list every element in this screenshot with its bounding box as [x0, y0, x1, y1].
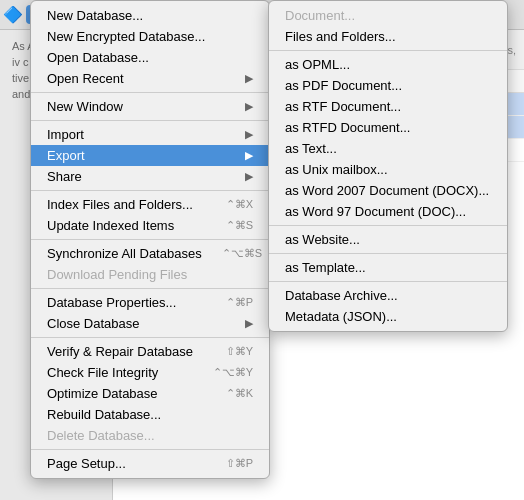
export-sep-4 [269, 281, 507, 282]
export-as-opml[interactable]: as OPML... [269, 54, 507, 75]
sync-all-shortcut: ⌃⌥⌘S [222, 247, 262, 260]
new-window-arrow: ▶ [245, 100, 253, 113]
menu-rebuild[interactable]: Rebuild Database... [31, 404, 269, 425]
menu-sep-3 [31, 190, 269, 191]
menu-sep-1 [31, 92, 269, 93]
close-db-arrow: ▶ [245, 317, 253, 330]
export-files-folders[interactable]: Files and Folders... [269, 26, 507, 47]
menu-page-setup[interactable]: Page Setup... ⇧⌘P [31, 453, 269, 474]
menu-update-indexed[interactable]: Update Indexed Items ⌃⌘S [31, 215, 269, 236]
menu-new-database[interactable]: New Database... [31, 5, 269, 26]
export-as-word-2007[interactable]: as Word 2007 Document (DOCX)... [269, 180, 507, 201]
check-integrity-shortcut: ⌃⌥⌘Y [213, 366, 253, 379]
menu-export[interactable]: Export ▶ [31, 145, 269, 166]
menu-download-pending[interactable]: Download Pending Files [31, 264, 269, 285]
menu-sep-2 [31, 120, 269, 121]
menu-open-database[interactable]: Open Database... [31, 47, 269, 68]
menu-new-encrypted[interactable]: New Encrypted Database... [31, 26, 269, 47]
menu-check-integrity[interactable]: Check File Integrity ⌃⌥⌘Y [31, 362, 269, 383]
menu-verify-repair[interactable]: Verify & Repair Database ⇧⌘Y [31, 341, 269, 362]
share-arrow: ▶ [245, 170, 253, 183]
menu-optimize[interactable]: Optimize Database ⌃⌘K [31, 383, 269, 404]
menu-delete[interactable]: Delete Database... [31, 425, 269, 446]
menu-sep-6 [31, 337, 269, 338]
menu-sync-all[interactable]: Synchronize All Databases ⌃⌥⌘S [31, 243, 269, 264]
export-document[interactable]: Document... [269, 5, 507, 26]
menu-db-properties[interactable]: Database Properties... ⌃⌘P [31, 292, 269, 313]
page-setup-shortcut: ⇧⌘P [226, 457, 253, 470]
db-properties-shortcut: ⌃⌘P [226, 296, 253, 309]
open-recent-arrow: ▶ [245, 72, 253, 85]
export-as-text[interactable]: as Text... [269, 138, 507, 159]
verify-repair-shortcut: ⇧⌘Y [226, 345, 253, 358]
menu-close-database[interactable]: Close Database ▶ [31, 313, 269, 334]
export-sep-3 [269, 253, 507, 254]
export-as-word-97[interactable]: as Word 97 Document (DOC)... [269, 201, 507, 222]
export-as-unix-mailbox[interactable]: as Unix mailbox... [269, 159, 507, 180]
index-files-shortcut: ⌃⌘X [226, 198, 253, 211]
update-indexed-shortcut: ⌃⌘S [226, 219, 253, 232]
menu-sep-4 [31, 239, 269, 240]
export-as-rtf[interactable]: as RTF Document... [269, 96, 507, 117]
export-submenu: Document... Files and Folders... as OPML… [268, 0, 508, 332]
export-as-rtfd[interactable]: as RTFD Document... [269, 117, 507, 138]
export-sep-2 [269, 225, 507, 226]
optimize-shortcut: ⌃⌘K [226, 387, 253, 400]
export-metadata-json[interactable]: Metadata (JSON)... [269, 306, 507, 327]
export-as-pdf[interactable]: as PDF Document... [269, 75, 507, 96]
menu-sep-5 [31, 288, 269, 289]
export-arrow: ▶ [245, 149, 253, 162]
export-sep-1 [269, 50, 507, 51]
export-database-archive[interactable]: Database Archive... [269, 285, 507, 306]
file-menu: New Database... New Encrypted Database..… [30, 0, 270, 479]
menu-share[interactable]: Share ▶ [31, 166, 269, 187]
export-as-website[interactable]: as Website... [269, 229, 507, 250]
menu-import[interactable]: Import ▶ [31, 124, 269, 145]
export-as-template[interactable]: as Template... [269, 257, 507, 278]
menu-sep-7 [31, 449, 269, 450]
import-arrow: ▶ [245, 128, 253, 141]
menu-new-window[interactable]: New Window ▶ [31, 96, 269, 117]
menu-open-recent[interactable]: Open Recent ▶ [31, 68, 269, 89]
dropdown-overlay: New Database... New Encrypted Database..… [0, 0, 524, 500]
menu-index-files[interactable]: Index Files and Folders... ⌃⌘X [31, 194, 269, 215]
